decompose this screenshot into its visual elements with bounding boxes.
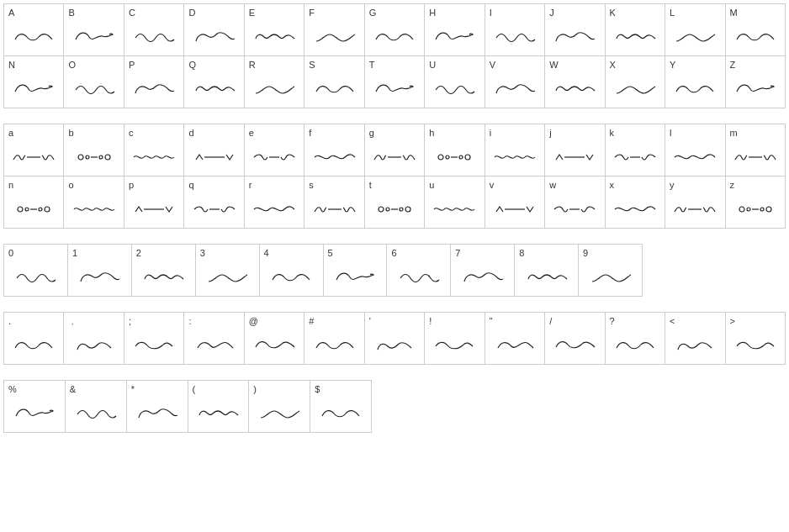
- cell-lower-t: t: [365, 176, 425, 229]
- cell-label: ": [490, 316, 493, 327]
- cell-lower-h: h: [425, 124, 485, 176]
- cell-glyph: [8, 329, 59, 362]
- cell-glyph: [730, 72, 781, 106]
- cell-glyph: [188, 329, 239, 362]
- cell-label: l: [670, 128, 671, 139]
- cell-glyph: [549, 329, 600, 362]
- cell-special-9: /: [545, 313, 605, 365]
- cell-glyph: [131, 397, 183, 430]
- cell-glyph: [129, 72, 179, 106]
- cell-glyph: [670, 192, 720, 226]
- cell-label: z: [730, 180, 735, 191]
- cell-label: %: [8, 384, 17, 395]
- cell-h: H: [425, 4, 485, 56]
- cell-label: o: [68, 180, 73, 191]
- cell-glyph: [670, 329, 720, 362]
- numbers-grid: 0 1 2 3 4 5 6 7 8 9: [3, 244, 643, 297]
- cell-label: v: [490, 180, 495, 191]
- cell-label: H: [429, 8, 436, 18]
- cell-label: J: [549, 8, 554, 18]
- cell-label: i: [490, 128, 491, 139]
- cell-label: ): [253, 384, 257, 395]
- cell-label: 4: [264, 248, 269, 259]
- cell-label: A: [8, 8, 14, 18]
- cell-v: V: [485, 56, 545, 108]
- cell-glyph: [429, 140, 479, 174]
- cell-glyph: [391, 261, 446, 294]
- cell-num-2: 2: [132, 245, 196, 297]
- cell-z: Z: [726, 56, 786, 108]
- cell-label: Z: [730, 60, 736, 71]
- cell-b: B: [64, 4, 124, 56]
- cell-glyph: [315, 397, 367, 430]
- cell-num-1: 1: [68, 245, 132, 297]
- uppercase-grid: A B C D E F G H I J K L M N O: [3, 3, 786, 108]
- cell-c: C: [124, 4, 184, 56]
- cell-label: h: [429, 128, 434, 139]
- cell-special-5: #: [304, 313, 364, 365]
- cell-label: ﹐: [68, 316, 77, 327]
- cell-label: &: [70, 384, 76, 395]
- cell-label: k: [610, 128, 615, 139]
- cell-lower-b: b: [64, 124, 124, 176]
- cell-glyph: [309, 192, 359, 226]
- cell-lower-i: i: [485, 124, 545, 176]
- svg-point-24: [400, 208, 403, 211]
- cell-lower-f: f: [304, 124, 364, 176]
- svg-point-11: [465, 155, 470, 160]
- cell-label: ': [369, 316, 371, 327]
- font-preview-page: A B C D E F G H I J K L M N O: [0, 0, 789, 451]
- cell-glyph: [490, 20, 540, 54]
- cell-label: 9: [583, 248, 588, 259]
- cell-label: :: [188, 316, 191, 327]
- cell-label: n: [8, 180, 13, 191]
- cell-special-11: <: [665, 313, 725, 365]
- cell-glyph: [200, 261, 255, 294]
- cell-glyph: [610, 329, 660, 362]
- cell-glyph: [549, 72, 600, 106]
- cell-label: e: [249, 128, 254, 139]
- cell-label: b: [68, 128, 73, 139]
- cell-glyph: [328, 261, 383, 294]
- cell-glyph: [369, 20, 420, 54]
- cell-glyph: [309, 72, 359, 106]
- cell-lower-z: z: [726, 176, 786, 229]
- svg-point-8: [446, 155, 449, 159]
- cell-label: ;: [129, 316, 131, 327]
- cell-glyph: [549, 140, 600, 174]
- cell-lower-x: x: [606, 176, 665, 229]
- cell-l: L: [665, 4, 725, 56]
- cell-special-0: .: [4, 313, 64, 365]
- cell-n: N: [4, 56, 64, 108]
- svg-point-28: [739, 207, 744, 212]
- cell-glyph: [610, 140, 660, 174]
- cell-label: t: [369, 180, 372, 191]
- cell-label: a: [8, 128, 13, 139]
- cell-special2-0: %: [4, 381, 66, 433]
- cell-glyph: [8, 397, 61, 430]
- cell-f: F: [304, 4, 364, 56]
- cell-lower-g: g: [365, 124, 425, 176]
- cell-special2-3: (: [188, 381, 250, 433]
- cell-glyph: [490, 72, 540, 106]
- cell-lower-u: u: [425, 176, 485, 229]
- cell-num-6: 6: [387, 245, 451, 297]
- cell-label: P: [129, 60, 135, 71]
- cell-s: S: [304, 56, 364, 108]
- cell-label: 1: [72, 248, 77, 259]
- cell-label: K: [610, 8, 616, 18]
- cell-a: A: [4, 4, 64, 56]
- cell-glyph: [490, 329, 540, 362]
- cell-glyph: [188, 192, 239, 226]
- cell-label: E: [249, 8, 255, 18]
- cell-label: s: [309, 180, 314, 191]
- svg-point-22: [386, 208, 389, 211]
- cell-label: g: [369, 128, 374, 139]
- cell-glyph: [129, 20, 179, 54]
- cell-lower-j: j: [545, 124, 605, 176]
- cell-glyph: [309, 140, 359, 174]
- cell-glyph: [583, 261, 638, 294]
- cell-lower-a: a: [4, 124, 64, 176]
- cell-glyph: [129, 140, 179, 174]
- cell-label: 3: [200, 248, 205, 259]
